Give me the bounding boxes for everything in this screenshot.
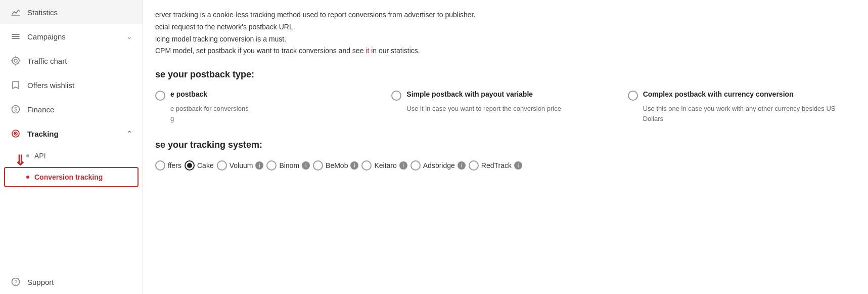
postback-label-simple: e postback — [170, 90, 207, 98]
sidebar-item-label: Finance — [27, 105, 54, 114]
svg-point-4 — [14, 59, 17, 62]
adsbridge-info-icon[interactable]: i — [458, 161, 466, 170]
postback-desc-simple: e postback for conversionsg — [155, 104, 379, 123]
svg-rect-1 — [12, 36, 20, 37]
svg-rect-0 — [12, 34, 20, 35]
postback-option-row-2[interactable]: Simple postback with payout variable — [391, 90, 615, 101]
postback-option-payout: Simple postback with payout variable Use… — [391, 90, 615, 123]
tracking-label-redtrack: RedTrack — [481, 161, 512, 170]
tracking-label-bemob: BeMob — [326, 161, 348, 170]
postback-options-grid: e postback e postback for conversionsg S… — [155, 90, 852, 123]
sidebar-item-campaigns[interactable]: Campaigns ⌄ — [0, 24, 143, 49]
binom-info-icon[interactable]: i — [302, 161, 310, 170]
keitaro-info-icon[interactable]: i — [399, 161, 407, 170]
sidebar-item-label: Statistics — [27, 8, 58, 17]
intro-line-2: ecial request to the network's postback … — [155, 21, 852, 33]
tracking-system-title: se your tracking system: — [155, 140, 852, 150]
tracking-label-voluum: Voluum — [230, 161, 253, 170]
tracking-radio-binom[interactable] — [266, 160, 277, 171]
postback-option-simple: e postback e postback for conversionsg — [155, 90, 379, 123]
question-icon: ? — [10, 277, 21, 287]
bookmark-icon — [10, 80, 21, 90]
postback-radio-complex[interactable] — [628, 91, 638, 101]
dollar-icon: $ — [10, 104, 21, 114]
svg-point-3 — [12, 57, 19, 64]
tracking-option-offers[interactable]: ffers — [155, 160, 181, 171]
postback-option-complex: Complex postback with currency conversio… — [628, 90, 852, 123]
svg-text:?: ? — [14, 279, 17, 285]
postback-desc-payout: Use it in case you want to report the co… — [391, 104, 615, 114]
tracking-label-cake: Cake — [197, 161, 214, 170]
sidebar-item-label: Support — [27, 278, 54, 286]
chevron-up-icon: ⌃ — [126, 130, 132, 138]
sidebar: Statistics Campaigns ⌄ Traffic chart — [0, 0, 143, 294]
sidebar-item-label: Offers wishlist — [27, 81, 74, 90]
svg-point-13 — [15, 133, 16, 134]
tracking-label-keitaro: Keitaro — [374, 161, 396, 170]
sub-dot-conversion — [26, 176, 29, 179]
tracking-radio-redtrack[interactable] — [469, 160, 479, 171]
tracking-icon — [10, 129, 21, 139]
tracking-system-options: ffers Cake Voluum i Binom i BeMob i K — [155, 160, 852, 171]
red-arrow-icon: ⇓ — [14, 154, 26, 168]
sub-dot-api — [26, 154, 29, 157]
bemob-info-icon[interactable]: i — [350, 161, 358, 170]
intro-description: erver tracking is a cookie-less tracking… — [155, 9, 852, 57]
tracking-option-binom[interactable]: Binom i — [266, 160, 310, 171]
redtrack-info-icon[interactable]: i — [514, 161, 522, 170]
tracking-option-keitaro[interactable]: Keitaro i — [361, 160, 407, 171]
tracking-option-voluum[interactable]: Voluum i — [217, 160, 264, 171]
sidebar-item-support[interactable]: ? Support — [0, 270, 143, 294]
voluum-info-icon[interactable]: i — [255, 161, 263, 170]
tracking-radio-adsbridge[interactable] — [410, 160, 421, 171]
chevron-down-icon: ⌄ — [126, 32, 132, 40]
postback-label-payout: Simple postback with payout variable — [406, 90, 533, 98]
tracking-radio-bemob[interactable] — [313, 160, 323, 171]
target-icon — [10, 56, 21, 66]
tracking-option-bemob[interactable]: BeMob i — [313, 160, 358, 171]
postback-label-complex: Complex postback with currency conversio… — [643, 90, 794, 98]
tracking-option-cake[interactable]: Cake — [185, 160, 214, 171]
tracking-label-offers: ffers — [168, 161, 181, 170]
postback-option-row-3[interactable]: Complex postback with currency conversio… — [628, 90, 852, 101]
sidebar-item-traffic-chart[interactable]: Traffic chart — [0, 49, 143, 73]
sidebar-item-label: Traffic chart — [27, 57, 67, 65]
intro-line-1: erver tracking is a cookie-less tracking… — [155, 9, 852, 21]
sidebar-item-finance[interactable]: $ Finance — [0, 97, 143, 121]
sidebar-sub-item-conversion-tracking[interactable]: ⇓ Conversion tracking — [4, 167, 139, 187]
postback-radio-simple[interactable] — [155, 91, 165, 101]
sidebar-item-label: Campaigns — [27, 32, 66, 41]
sidebar-item-label: Tracking — [27, 130, 59, 138]
intro-line-4: CPM model, set postback if you want to t… — [155, 45, 852, 57]
postback-desc-complex: Use this one in case you work with any o… — [628, 104, 852, 123]
tracking-radio-cake[interactable] — [185, 160, 195, 171]
svg-rect-2 — [12, 38, 20, 39]
postback-section-title: se your postback type: — [155, 69, 852, 80]
sidebar-sub-item-label: Conversion tracking — [34, 173, 103, 181]
sidebar-item-offers-wishlist[interactable]: Offers wishlist — [0, 73, 143, 97]
sidebar-item-statistics[interactable]: Statistics — [0, 0, 143, 24]
menu-icon — [10, 31, 21, 41]
tracking-label-adsbridge: Adsbridge — [423, 161, 455, 170]
main-content: erver tracking is a cookie-less tracking… — [143, 0, 868, 294]
chart-icon — [10, 7, 21, 17]
tracking-label-binom: Binom — [279, 161, 299, 170]
postback-option-row-1[interactable]: e postback — [155, 90, 379, 101]
svg-text:$: $ — [14, 107, 17, 112]
postback-radio-payout[interactable] — [391, 91, 401, 101]
tracking-option-adsbridge[interactable]: Adsbridge i — [410, 160, 466, 171]
sidebar-sub-item-label: API — [34, 152, 46, 160]
tracking-radio-offers[interactable] — [155, 160, 165, 171]
sidebar-item-tracking[interactable]: Tracking ⌃ — [0, 121, 143, 146]
tracking-radio-keitaro[interactable] — [361, 160, 372, 171]
tracking-option-redtrack[interactable]: RedTrack i — [469, 160, 522, 171]
intro-line-3: icing model tracking conversion is a mus… — [155, 33, 852, 46]
tracking-radio-voluum[interactable] — [217, 160, 227, 171]
